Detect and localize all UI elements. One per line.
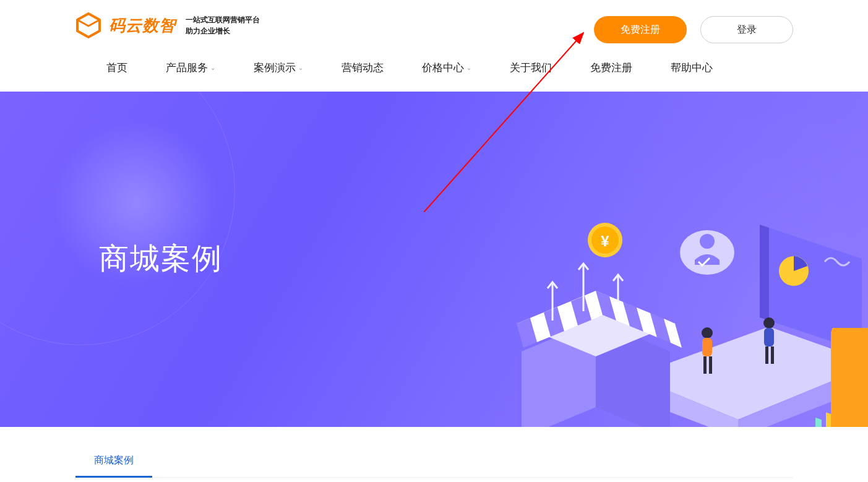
auth-buttons: 免费注册 登录 <box>594 16 793 43</box>
nav-label: 案例演示 <box>254 61 296 75</box>
nav-label: 产品服务 <box>166 61 208 75</box>
svg-text:¥: ¥ <box>601 233 609 249</box>
svg-rect-37 <box>702 338 712 356</box>
logo-text: 码云数智 <box>109 15 176 37</box>
nav-about[interactable]: 关于我们 <box>510 61 552 75</box>
main-nav: 首页 产品服务 ⌄ 案例演示 ⌄ 营销动态 价格中心 ⌄ 关于我们 免费注册 <box>106 61 713 75</box>
hero-illustration: ¥ <box>478 191 868 427</box>
svg-rect-41 <box>764 328 774 346</box>
corner-accent <box>831 328 868 427</box>
category-tabs: 商城案例 <box>75 445 793 478</box>
login-button[interactable]: 登录 <box>700 16 793 43</box>
svg-rect-33 <box>815 418 822 427</box>
svg-point-36 <box>702 327 713 338</box>
nav-label: 帮助中心 <box>671 61 713 75</box>
tab-shop-cases[interactable]: 商城案例 <box>75 445 152 478</box>
nav-register[interactable]: 免费注册 <box>590 61 632 75</box>
nav-pricing[interactable]: 价格中心 ⌄ <box>422 61 471 75</box>
nav-label: 首页 <box>106 61 127 75</box>
svg-rect-42 <box>765 346 768 364</box>
chevron-down-icon: ⌄ <box>210 64 215 71</box>
svg-rect-39 <box>709 356 712 374</box>
nav-label: 免费注册 <box>590 61 632 75</box>
chevron-down-icon: ⌄ <box>298 64 303 71</box>
nav-home[interactable]: 首页 <box>106 61 127 75</box>
svg-point-28 <box>700 234 715 249</box>
logo-slogan: 一站式互联网营销平台 助力企业增长 <box>186 14 260 37</box>
nav-label: 价格中心 <box>422 61 464 75</box>
hero-title: 商城案例 <box>99 239 223 278</box>
svg-marker-30 <box>760 225 769 321</box>
register-button[interactable]: 免费注册 <box>594 16 687 43</box>
nav-cases[interactable]: 案例演示 ⌄ <box>254 61 303 75</box>
site-header: 码云数智 一站式互联网营销平台 助力企业增长 免费注册 登录 首页 产品服务 ⌄… <box>0 0 868 92</box>
nav-label: 关于我们 <box>510 61 552 75</box>
logo-icon <box>75 12 101 38</box>
svg-rect-38 <box>703 356 707 374</box>
nav-products[interactable]: 产品服务 ⌄ <box>166 61 215 75</box>
hero-banner: 商城案例 <box>0 92 868 427</box>
nav-marketing[interactable]: 营销动态 <box>342 61 384 75</box>
nav-help[interactable]: 帮助中心 <box>671 61 713 75</box>
logo[interactable]: 码云数智 一站式互联网营销平台 助力企业增长 <box>75 12 260 38</box>
nav-label: 营销动态 <box>342 61 384 75</box>
svg-rect-43 <box>771 346 774 364</box>
svg-point-40 <box>763 317 775 329</box>
chevron-down-icon: ⌄ <box>466 64 471 71</box>
